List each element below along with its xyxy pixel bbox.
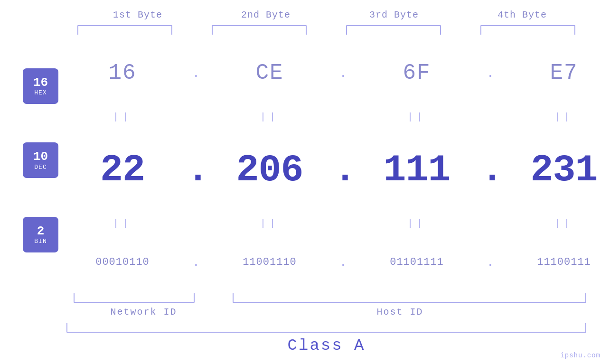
byte-headers-row: 1st Byte 2nd Byte 3rd Byte 4th Byte — [0, 9, 610, 20]
network-id-label: Network ID — [66, 307, 214, 317]
bracket-line-1 — [77, 25, 172, 35]
pipe-row-1: || || || || — [58, 112, 610, 122]
dec-byte4-cell: 231 — [500, 149, 610, 192]
byte1-header: 1st Byte — [74, 9, 202, 20]
pipe1-b3: || — [353, 112, 481, 122]
hex-byte1: 16 — [108, 61, 136, 85]
hex-dot1: . — [187, 66, 206, 81]
pipe1-b4: || — [500, 112, 610, 122]
hex-byte1-cell: 16 — [58, 61, 187, 85]
host-id-label: Host ID — [214, 307, 586, 317]
bottom-brackets — [66, 289, 586, 303]
badges-column: 16 HEX 10 DEC 2 BIN — [0, 44, 58, 286]
host-bracket-container — [214, 293, 586, 303]
bin-byte3-cell: 01101111 — [353, 256, 481, 268]
bracket-line-3 — [346, 25, 441, 35]
host-id-bracket — [233, 293, 586, 303]
dec-byte2: 206 — [236, 149, 303, 192]
hex-badge-num: 16 — [33, 76, 48, 90]
bin-row: 00010110 . 11001110 . 01101111 . 1110011… — [58, 255, 610, 270]
bin-dot3: . — [481, 255, 500, 270]
bin-byte2-cell: 11001110 — [206, 256, 334, 268]
bin-badge-num: 2 — [37, 224, 45, 238]
dec-byte4: 231 — [530, 149, 597, 192]
dec-dot3: . — [481, 149, 500, 192]
dec-byte1-cell: 22 — [58, 149, 187, 192]
hex-byte2: CE — [255, 61, 283, 85]
pipe2-b4: || — [500, 218, 610, 229]
dec-badge-label: DEC — [34, 164, 47, 171]
id-labels-row: Network ID Host ID — [66, 307, 586, 317]
hex-badge: 16 HEX — [23, 68, 58, 104]
hex-dot2: . — [334, 66, 353, 81]
bin-badge: 2 BIN — [23, 217, 58, 252]
byte3-header: 3rd Byte — [330, 9, 458, 20]
bin-dot2: . — [334, 255, 353, 270]
hex-row: 16 . CE . 6F . E7 — [58, 61, 610, 85]
hex-badge-label: HEX — [34, 89, 47, 96]
bracket-byte4 — [469, 25, 586, 35]
bin-dot1: . — [187, 255, 206, 270]
bin-badge-label: BIN — [34, 238, 47, 245]
pipe1-b1: || — [58, 112, 187, 122]
pipe-row-2: || || || || — [58, 218, 610, 229]
hex-byte2-cell: CE — [206, 61, 334, 85]
dec-badge: 10 DEC — [23, 142, 58, 178]
class-bracket-line — [66, 323, 586, 333]
hex-byte4-cell: E7 — [500, 61, 610, 85]
pipe2-b3: || — [353, 218, 481, 229]
bracket-byte3 — [335, 25, 452, 35]
bracket-byte1 — [66, 25, 183, 35]
dec-byte1: 22 — [100, 149, 145, 192]
dec-byte3-cell: 111 — [353, 149, 481, 192]
class-label: Class A — [66, 336, 586, 355]
main-container: 1st Byte 2nd Byte 3rd Byte 4th Byte 16 H… — [0, 0, 610, 364]
content-area: 16 HEX 10 DEC 2 BIN 16 . CE — [0, 44, 610, 286]
hex-byte3-cell: 6F — [353, 61, 481, 85]
byte4-header: 4th Byte — [458, 9, 586, 20]
top-brackets-row — [0, 25, 610, 35]
bin-byte3: 01101111 — [390, 256, 444, 268]
pipe1-b2: || — [206, 112, 334, 122]
bracket-line-2 — [212, 25, 307, 35]
network-id-bracket — [74, 293, 195, 303]
bin-byte1-cell: 00010110 — [58, 256, 187, 268]
bin-byte1: 00010110 — [95, 256, 150, 268]
hex-byte3: 6F — [403, 61, 431, 85]
byte2-header: 2nd Byte — [202, 9, 330, 20]
pipe2-b1: || — [58, 218, 187, 229]
dec-dot1: . — [187, 149, 206, 192]
dec-badge-num: 10 — [33, 150, 48, 164]
values-area: 16 . CE . 6F . E7 || || — [58, 44, 610, 286]
dec-byte3: 111 — [383, 149, 450, 192]
network-bracket-container — [66, 293, 195, 303]
bin-byte4: 11100111 — [537, 256, 591, 268]
bin-byte2: 11001110 — [243, 256, 297, 268]
dec-row: 22 . 206 . 111 . 231 — [58, 149, 610, 192]
class-row: Class A — [0, 323, 610, 355]
watermark: ipshu.com — [560, 352, 601, 359]
bottom-section: Network ID Host ID — [0, 289, 610, 317]
hex-byte4: E7 — [550, 61, 578, 85]
pipe2-b2: || — [206, 218, 334, 229]
bracket-line-4 — [480, 25, 575, 35]
hex-dot3: . — [481, 66, 500, 81]
dec-dot2: . — [334, 149, 353, 192]
bracket-byte2 — [201, 25, 318, 35]
dec-byte2-cell: 206 — [206, 149, 334, 192]
bin-byte4-cell: 11100111 — [500, 256, 610, 268]
